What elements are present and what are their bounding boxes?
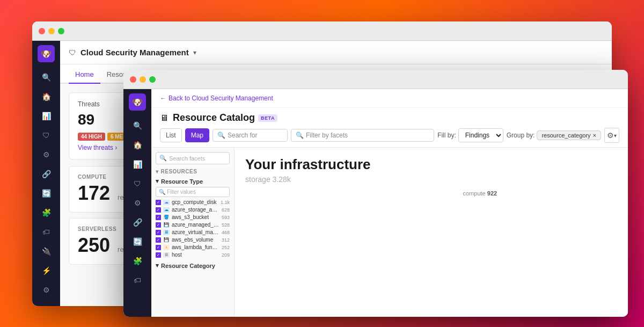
sidebar-icon-plugin[interactable]: 🔌 [38, 243, 55, 260]
second-sidebar-tag[interactable]: 🏷 [129, 272, 146, 289]
second-tl-close[interactable] [130, 76, 136, 83]
sidebar-logo: 🐶 [38, 45, 55, 62]
icon-gcp: ☁ [163, 200, 170, 205]
group-by: Group by: resource_category × [507, 130, 601, 140]
filter-icon: 🔍 [296, 132, 304, 139]
list-view-btn[interactable]: List [160, 128, 182, 142]
filter-values-placeholder: Filter values [167, 189, 196, 195]
catalog-header: 🖥 Resource Catalog BETA [151, 108, 628, 123]
facet-search-icon: 🔍 [159, 155, 167, 162]
traffic-lights [39, 28, 64, 34]
resource-category-section[interactable]: ▾ Resource Category [156, 262, 230, 269]
filter-item-azure-managed[interactable]: ✓ 💾 azure_managed_di... 528 [156, 222, 230, 228]
dropdown-arrow[interactable]: ▾ [193, 49, 196, 56]
sidebar-icon-refresh[interactable]: 🔄 [38, 185, 55, 202]
sidebar-icon-link[interactable]: 🔗 [38, 165, 55, 183]
check-lambda: ✓ [156, 245, 161, 250]
second-tl-fullscreen[interactable] [149, 76, 156, 83]
icon-ebs: 💾 [163, 237, 170, 243]
sidebar-icon-dashboard[interactable]: 📊 [38, 107, 55, 125]
filter-item-host[interactable]: ✓ 🖥 host 209 [156, 252, 230, 258]
storage-section: (function() { const colors = ['#d9534f',… [245, 190, 457, 317]
tl-fullscreen[interactable] [58, 28, 64, 34]
second-sidebar-puzzle[interactable]: 🧩 [129, 252, 146, 270]
check-azure-storage: ✓ [156, 207, 161, 213]
group-tag-close[interactable]: × [593, 132, 596, 139]
icon-lambda: λ [163, 245, 170, 250]
second-tl-minimize[interactable] [140, 76, 146, 83]
resource-category-label: Resource Category [161, 263, 215, 269]
icon-host: 🖥 [163, 252, 170, 258]
infra-title: Your infrastructure [245, 156, 617, 173]
page-title: Cloud Security Management [80, 48, 189, 57]
fill-by-select[interactable]: Findings [458, 128, 503, 142]
second-sidebar-search[interactable]: 🔍 [129, 117, 146, 134]
search-for-input[interactable]: 🔍 Search for [213, 129, 288, 142]
high-badge: 44 HIGH [78, 133, 105, 141]
tl-minimize[interactable] [48, 28, 55, 34]
filter-values-icon: 🔍 [159, 189, 165, 195]
second-traffic-lights [130, 76, 156, 83]
second-content: 🐶 🔍 🏠 📊 🛡 ⚙ 🔗 🔄 🧩 🏷 ← Back to Cloud Secu… [123, 89, 628, 317]
main-titlebar [32, 21, 612, 41]
toolbar: List Map 🔍 Search for 🔍 Filter by facets… [151, 123, 628, 148]
filter-item-azure-vm[interactable]: ✓ 🖥 azure_virtual_mac... 468 [156, 229, 230, 235]
sidebar-icon-lightning[interactable]: ⚡ [38, 262, 55, 279]
filter-count-gcp: 1.1k [221, 200, 230, 205]
back-link-text: Back to Cloud Security Management [169, 95, 273, 102]
catalog-body: 🔍 Search facets ▾ RESOURCES ▾ Resource T… [151, 148, 628, 317]
filter-item-ebs[interactable]: ✓ 💾 aws_ebs_volume 312 [156, 237, 230, 243]
map-grid: (function() { const colors = ['#d9534f',… [245, 190, 617, 317]
sidebar-icon-home[interactable]: 🏠 [38, 88, 55, 105]
filter-item-gcp[interactable]: ✓ ☁ gcp_compute_disk 1.1k [156, 199, 230, 205]
filter-name-host: host [172, 252, 219, 258]
main-sidebar: 🐶 🔍 🏠 📊 🛡 ⚙ 🔗 🔄 🧩 🏷 🔌 ⚡ ⚙ [32, 41, 60, 306]
sidebar-icon-puzzle[interactable]: 🧩 [38, 204, 55, 221]
filter-item-s3[interactable]: ✓ 🪣 aws_s3_bucket 593 [156, 214, 230, 220]
sidebar-icon-search[interactable]: 🔍 [38, 69, 55, 86]
map-view-btn[interactable]: Map [185, 128, 209, 142]
icon-azure-managed: 💾 [163, 222, 170, 228]
compute-map-label: compute 922 [463, 190, 618, 197]
compute-map: (function() { const colors = ['#28a745',… [463, 200, 618, 317]
second-window: 🐶 🔍 🏠 📊 🛡 ⚙ 🔗 🔄 🧩 🏷 ← Back to Cloud Secu… [123, 70, 628, 317]
sidebar-icon-shield[interactable]: 🛡 [38, 127, 55, 144]
second-sidebar-settings[interactable]: ⚙ [129, 194, 146, 212]
facet-search[interactable]: 🔍 Search facets [156, 152, 230, 164]
storage-map: (function() { const colors = ['#d9534f',… [245, 190, 457, 317]
filter-name-lambda: aws_lambda_funct... [172, 244, 219, 250]
second-logo: 🐶 [129, 93, 146, 111]
beta-badge: BETA [258, 114, 277, 122]
filter-values-search[interactable]: 🔍 Filter values [156, 187, 230, 197]
filter-item-azure-storage[interactable]: ✓ ☁ azure_storage_acc... 628 [156, 207, 230, 213]
filter-item-lambda[interactable]: ✓ λ aws_lambda_funct... 252 [156, 244, 230, 250]
sidebar-icon-gear[interactable]: ⚙ [38, 281, 55, 299]
sidebar-icon-tag[interactable]: 🏷 [38, 223, 55, 241]
filter-count-host: 209 [222, 252, 230, 258]
filter-count-azure-storage: 628 [222, 207, 230, 213]
tab-home[interactable]: Home [69, 66, 100, 84]
check-azure-managed: ✓ [156, 222, 161, 228]
settings-btn[interactable]: ⚙ ▾ [604, 128, 619, 143]
check-host: ✓ [156, 252, 161, 258]
second-sidebar-chart[interactable]: 📊 [129, 156, 146, 173]
second-titlebar [123, 70, 628, 89]
second-sidebar-link[interactable]: 🔗 [129, 214, 146, 231]
filter-name-ebs: aws_ebs_volume [172, 237, 219, 243]
second-main: ← Back to Cloud Security Management 🖥 Re… [151, 89, 628, 317]
second-sidebar-refresh[interactable]: 🔄 [129, 233, 146, 250]
filter-input[interactable]: 🔍 Filter by facets [291, 129, 434, 142]
second-sidebar-home[interactable]: 🏠 [129, 136, 146, 154]
infra-subtitle: storage 3.28k [245, 175, 617, 184]
filter-name-gcp: gcp_compute_disk [172, 199, 218, 205]
resource-type-section[interactable]: ▾ Resource Type [156, 178, 230, 185]
settings-icon: ⚙ [607, 131, 614, 140]
tl-close[interactable] [39, 28, 45, 34]
check-azure-vm: ✓ [156, 230, 161, 235]
second-sidebar-shield[interactable]: 🛡 [129, 175, 146, 192]
chevron-resource-type: ▾ [156, 178, 159, 185]
back-nav[interactable]: ← Back to Cloud Security Management [151, 89, 628, 108]
icon-azure-vm: 🖥 [163, 230, 170, 235]
sidebar-icon-settings[interactable]: ⚙ [38, 146, 55, 163]
filter-count-ebs: 312 [222, 237, 230, 243]
